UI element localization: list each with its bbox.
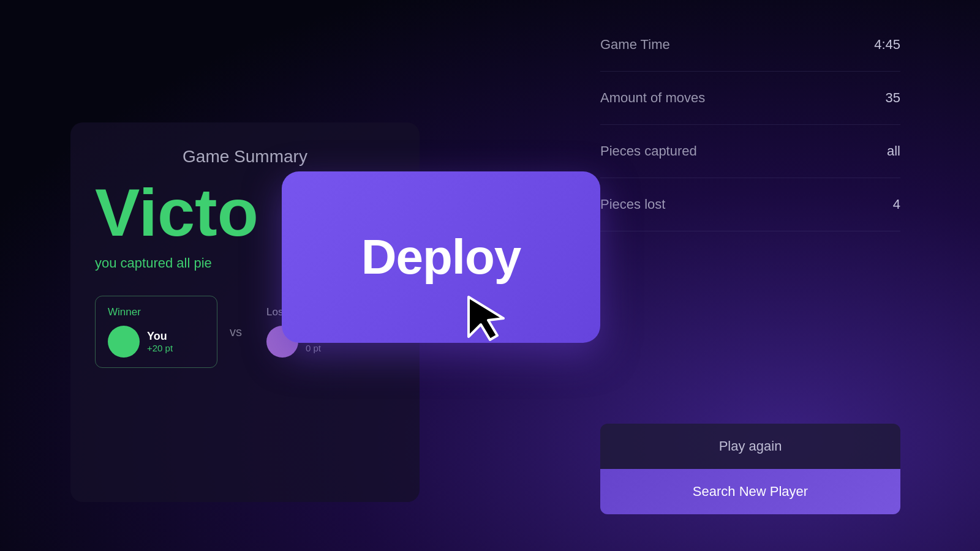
winner-name: You (147, 330, 173, 343)
stats-panel: Game Time 4:45 Amount of moves 35 Pieces… (600, 0, 900, 551)
stat-label-lost: Pieces lost (600, 197, 665, 212)
stat-row-moves: Amount of moves 35 (600, 72, 900, 125)
deploy-text: Deploy (361, 229, 521, 285)
winner-avatar (108, 326, 140, 358)
stat-row-captured: Pieces captured all (600, 125, 900, 178)
vs-label: vs (230, 325, 242, 339)
stat-value-moves: 35 (886, 90, 900, 106)
winner-card: Winner You +20 pt (95, 296, 217, 368)
winner-details: You +20 pt (147, 330, 173, 353)
play-again-button[interactable]: Play again (600, 424, 900, 469)
stat-value-lost: 4 (893, 197, 900, 212)
loser-pts: 0 pt (306, 343, 348, 353)
stat-value-captured: all (887, 143, 900, 159)
action-buttons: Play again Search New Player (600, 424, 900, 551)
search-new-player-button[interactable]: Search New Player (600, 469, 900, 514)
deploy-popup[interactable]: Deploy (282, 171, 600, 343)
stat-label-game-time: Game Time (600, 37, 670, 53)
stat-label-captured: Pieces captured (600, 143, 697, 159)
stat-label-moves: Amount of moves (600, 90, 705, 106)
winner-info: You +20 pt (108, 326, 205, 358)
winner-role: Winner (108, 306, 205, 318)
stat-value-game-time: 4:45 (874, 37, 900, 53)
svg-marker-0 (469, 297, 503, 340)
stat-row-game-time: Game Time 4:45 (600, 18, 900, 72)
game-summary-title: Game Summary (95, 147, 395, 167)
stat-row-lost: Pieces lost 4 (600, 178, 900, 231)
winner-pts: +20 pt (147, 343, 173, 353)
